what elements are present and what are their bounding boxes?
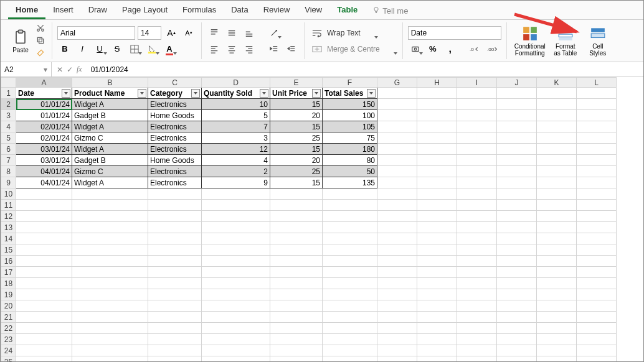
filter-dropdown-icon[interactable] bbox=[312, 89, 321, 98]
cell[interactable] bbox=[202, 188, 270, 200]
cell[interactable] bbox=[148, 345, 202, 356]
cell[interactable] bbox=[377, 99, 417, 110]
cell[interactable] bbox=[577, 267, 617, 278]
cell[interactable] bbox=[270, 200, 323, 211]
conditional-formatting-button[interactable]: Conditional Formatting bbox=[512, 26, 548, 57]
cell[interactable] bbox=[148, 233, 202, 244]
cell[interactable] bbox=[270, 356, 323, 363]
border-button[interactable] bbox=[127, 42, 142, 56]
cell[interactable] bbox=[497, 334, 537, 345]
cell[interactable] bbox=[377, 345, 417, 356]
cell[interactable] bbox=[417, 267, 457, 278]
cell[interactable] bbox=[72, 256, 148, 267]
cell[interactable] bbox=[497, 166, 537, 177]
row-header[interactable]: 14 bbox=[1, 233, 16, 244]
cell[interactable] bbox=[457, 155, 497, 166]
cell[interactable] bbox=[72, 312, 148, 323]
fx-icon[interactable]: fx bbox=[77, 65, 82, 74]
cell[interactable]: Gadget B bbox=[72, 110, 148, 121]
cell[interactable]: 12 bbox=[202, 144, 270, 155]
column-header[interactable]: C bbox=[148, 78, 202, 88]
cell[interactable]: 5 bbox=[202, 110, 270, 121]
tab-home[interactable]: Home bbox=[8, 2, 45, 19]
select-all-corner[interactable] bbox=[1, 78, 16, 88]
cell[interactable]: Widget A bbox=[72, 121, 148, 132]
cell[interactable] bbox=[377, 155, 417, 166]
row-header[interactable]: 22 bbox=[1, 323, 16, 334]
cell[interactable]: Home Goods bbox=[148, 110, 202, 121]
cell[interactable] bbox=[497, 233, 537, 244]
cell[interactable] bbox=[457, 211, 497, 222]
cell[interactable]: Widget A bbox=[72, 144, 148, 155]
cell[interactable] bbox=[148, 256, 202, 267]
strikethrough-button[interactable]: S bbox=[110, 42, 125, 56]
name-box[interactable]: A2 ▾ bbox=[1, 62, 52, 77]
cell[interactable] bbox=[457, 222, 497, 233]
number-format-select[interactable] bbox=[408, 26, 501, 40]
cell[interactable] bbox=[537, 200, 577, 211]
cell[interactable] bbox=[270, 278, 323, 289]
tab-page-layout[interactable]: Page Layout bbox=[115, 2, 175, 19]
cell[interactable]: 02/01/24 bbox=[16, 132, 72, 144]
cell[interactable] bbox=[16, 211, 72, 222]
cell[interactable] bbox=[417, 99, 457, 110]
cell[interactable] bbox=[323, 244, 377, 256]
cell[interactable] bbox=[16, 200, 72, 211]
cell[interactable] bbox=[537, 356, 577, 363]
cell[interactable] bbox=[457, 256, 497, 267]
cell[interactable] bbox=[577, 222, 617, 233]
cell[interactable] bbox=[417, 177, 457, 188]
cell[interactable] bbox=[377, 132, 417, 144]
cell[interactable]: 01/01/24 bbox=[16, 110, 72, 121]
align-right-button[interactable] bbox=[242, 42, 257, 56]
cell[interactable] bbox=[270, 267, 323, 278]
tab-tell-me[interactable]: Tell me bbox=[365, 2, 415, 19]
cell[interactable]: 15 bbox=[270, 121, 323, 132]
row-header[interactable]: 4 bbox=[1, 121, 16, 132]
cell[interactable] bbox=[16, 345, 72, 356]
cell[interactable]: Electronics bbox=[148, 177, 202, 188]
cell[interactable] bbox=[577, 244, 617, 256]
cell[interactable] bbox=[497, 188, 537, 200]
cell[interactable] bbox=[577, 110, 617, 121]
cell[interactable] bbox=[577, 132, 617, 144]
row-header[interactable]: 6 bbox=[1, 144, 16, 155]
filter-dropdown-icon[interactable] bbox=[191, 89, 200, 98]
cell[interactable] bbox=[577, 289, 617, 300]
cell[interactable] bbox=[537, 144, 577, 155]
cell[interactable] bbox=[577, 211, 617, 222]
cancel-formula-button[interactable]: ✕ bbox=[57, 65, 63, 74]
cell[interactable] bbox=[202, 278, 270, 289]
cell[interactable] bbox=[202, 233, 270, 244]
cell[interactable] bbox=[457, 300, 497, 312]
cell[interactable] bbox=[577, 345, 617, 356]
cell[interactable] bbox=[577, 121, 617, 132]
cell[interactable] bbox=[323, 312, 377, 323]
cell[interactable] bbox=[497, 356, 537, 363]
cell[interactable] bbox=[72, 300, 148, 312]
cell[interactable] bbox=[417, 88, 457, 99]
cell[interactable] bbox=[323, 345, 377, 356]
cell[interactable] bbox=[417, 244, 457, 256]
row-header[interactable]: 15 bbox=[1, 244, 16, 256]
cell[interactable] bbox=[457, 334, 497, 345]
cell[interactable] bbox=[497, 323, 537, 334]
cell[interactable]: 20 bbox=[270, 110, 323, 121]
cell[interactable]: Home Goods bbox=[148, 155, 202, 166]
cell[interactable] bbox=[457, 188, 497, 200]
cell[interactable] bbox=[417, 110, 457, 121]
cell[interactable] bbox=[417, 278, 457, 289]
cell[interactable] bbox=[537, 345, 577, 356]
cell[interactable] bbox=[16, 278, 72, 289]
cell[interactable] bbox=[537, 334, 577, 345]
cell[interactable] bbox=[377, 244, 417, 256]
cell[interactable] bbox=[202, 312, 270, 323]
cell[interactable] bbox=[577, 233, 617, 244]
cell[interactable] bbox=[457, 200, 497, 211]
decrease-indent-button[interactable] bbox=[267, 42, 282, 56]
row-header[interactable]: 12 bbox=[1, 211, 16, 222]
cell[interactable] bbox=[202, 256, 270, 267]
cell[interactable] bbox=[270, 289, 323, 300]
cell[interactable] bbox=[323, 356, 377, 363]
cell[interactable] bbox=[72, 188, 148, 200]
